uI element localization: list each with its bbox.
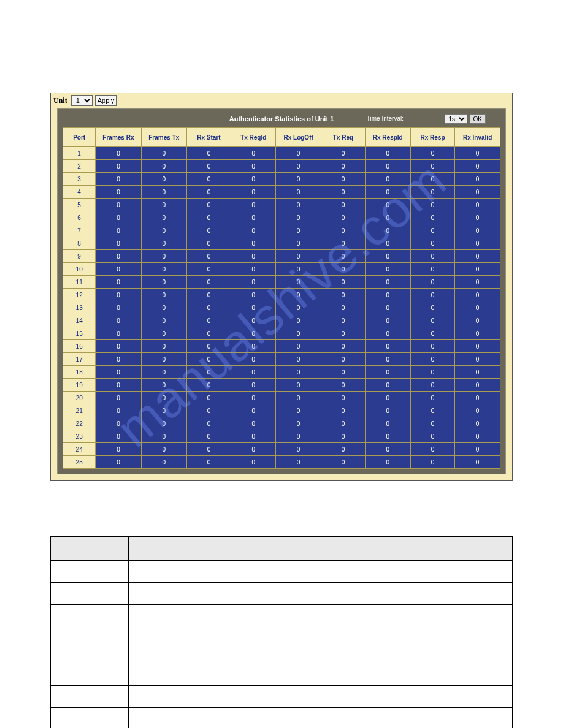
unit-select[interactable]: 1 (71, 95, 93, 106)
data-cell: 0 (410, 173, 455, 186)
data-cell: 0 (455, 417, 500, 430)
col-header: Rx Invalid (455, 128, 500, 147)
table-row: 2000000000 (63, 160, 500, 173)
data-cell: 0 (231, 404, 276, 417)
port-cell: 5 (63, 199, 96, 211)
data-cell: 0 (141, 353, 186, 366)
data-cell: 0 (96, 263, 141, 276)
data-cell: 0 (321, 366, 366, 379)
data-cell: 0 (276, 379, 321, 392)
port-cell: 9 (63, 250, 96, 263)
info-header-param (51, 537, 129, 561)
table-row: 23000000000 (63, 430, 500, 443)
data-cell: 0 (321, 160, 366, 173)
port-cell: 23 (63, 430, 96, 443)
table-row: 11000000000 (63, 276, 500, 289)
data-cell: 0 (96, 340, 141, 353)
table-row: 24000000000 (63, 443, 500, 456)
data-cell: 0 (276, 186, 321, 199)
port-cell: 15 (63, 327, 96, 340)
data-cell: 0 (276, 276, 321, 289)
data-cell: 0 (186, 276, 231, 289)
port-cell: 4 (63, 186, 96, 199)
data-cell: 0 (410, 186, 455, 199)
data-cell: 0 (321, 430, 366, 443)
data-cell: 0 (410, 327, 455, 340)
data-cell: 0 (231, 327, 276, 340)
data-cell: 0 (321, 250, 366, 263)
data-cell: 0 (365, 160, 410, 173)
data-cell: 0 (231, 160, 276, 173)
data-cell: 0 (141, 392, 186, 404)
data-cell: 0 (321, 379, 366, 392)
data-cell: 0 (365, 392, 410, 404)
data-cell: 0 (186, 327, 231, 340)
data-cell: 0 (186, 353, 231, 366)
data-cell: 0 (455, 430, 500, 443)
unit-label: Unit (53, 96, 67, 105)
data-cell: 0 (186, 289, 231, 301)
table-row: 3000000000 (63, 173, 500, 186)
data-cell: 0 (365, 366, 410, 379)
data-cell: 0 (321, 224, 366, 237)
time-interval-select[interactable]: 1s (445, 114, 467, 124)
table-row: 12000000000 (63, 289, 500, 301)
apply-button[interactable]: Apply (95, 95, 117, 106)
port-cell: 19 (63, 379, 96, 392)
unit-toolbar: Unit 1 Apply (51, 93, 512, 108)
data-cell: 0 (455, 147, 500, 160)
data-cell: 0 (365, 301, 410, 314)
col-header: Rx RespId (365, 128, 410, 147)
data-cell: 0 (186, 392, 231, 404)
port-cell: 21 (63, 404, 96, 417)
data-cell: 0 (141, 379, 186, 392)
data-cell: 0 (455, 443, 500, 456)
data-cell: 0 (96, 392, 141, 404)
data-cell: 0 (186, 404, 231, 417)
data-cell: 0 (410, 199, 455, 211)
port-cell: 25 (63, 456, 96, 469)
table-row: 22000000000 (63, 417, 500, 430)
data-cell: 0 (96, 430, 141, 443)
data-cell: 0 (186, 301, 231, 314)
table-row: 6000000000 (63, 211, 500, 224)
data-cell: 0 (141, 211, 186, 224)
info-desc (129, 656, 513, 686)
data-cell: 0 (141, 366, 186, 379)
data-cell: 0 (231, 430, 276, 443)
port-cell: 10 (63, 263, 96, 276)
data-cell: 0 (321, 314, 366, 327)
table-row: 8000000000 (63, 237, 500, 250)
ok-button[interactable]: OK (470, 114, 486, 124)
data-cell: 0 (141, 404, 186, 417)
data-cell: 0 (410, 211, 455, 224)
info-row (51, 708, 513, 729)
data-cell: 0 (410, 314, 455, 327)
data-cell: 0 (276, 456, 321, 469)
data-cell: 0 (410, 301, 455, 314)
data-cell: 0 (141, 301, 186, 314)
data-cell: 0 (276, 443, 321, 456)
info-desc (129, 583, 513, 605)
data-cell: 0 (455, 211, 500, 224)
data-cell: 0 (231, 224, 276, 237)
data-cell: 0 (96, 173, 141, 186)
data-cell: 0 (410, 224, 455, 237)
info-row (51, 634, 513, 656)
port-cell: 8 (63, 237, 96, 250)
data-cell: 0 (321, 301, 366, 314)
info-param (51, 708, 129, 729)
data-cell: 0 (455, 250, 500, 263)
data-cell: 0 (365, 250, 410, 263)
data-cell: 0 (141, 276, 186, 289)
stats-grid: PortFrames RxFrames TxRx StartTx ReqIdRx… (63, 127, 500, 469)
data-cell: 0 (410, 160, 455, 173)
data-cell: 0 (141, 186, 186, 199)
data-cell: 0 (276, 224, 321, 237)
data-cell: 0 (231, 353, 276, 366)
table-row: 16000000000 (63, 340, 500, 353)
data-cell: 0 (141, 289, 186, 301)
port-cell: 24 (63, 443, 96, 456)
data-cell: 0 (231, 276, 276, 289)
data-cell: 0 (365, 404, 410, 417)
